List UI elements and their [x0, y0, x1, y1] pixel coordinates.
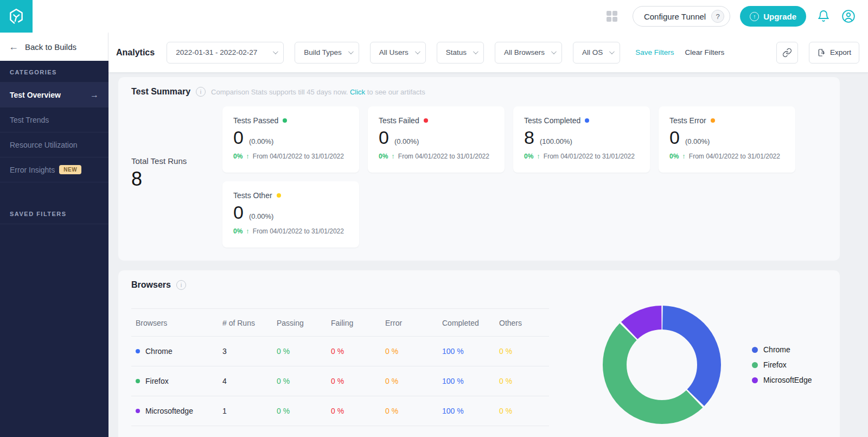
sidebar-spacer [0, 182, 108, 203]
stat-card-title: Tests Error [669, 116, 706, 125]
table-header-row: Browsers # of Runs Passing Failing Error… [131, 309, 549, 337]
legend-label: Chrome [763, 345, 790, 354]
chevron-down-icon [348, 49, 354, 54]
info-icon[interactable]: i [196, 87, 206, 97]
browser-name: Firefox [145, 377, 169, 385]
copy-link-button[interactable] [776, 42, 798, 64]
stat-card-title: Tests Failed [379, 116, 419, 125]
all-os-dropdown[interactable]: All OS [573, 42, 620, 64]
delta-value: 0% [379, 153, 388, 160]
top-bar: Configure Tunnel ? ↑ Upgrade [0, 0, 868, 33]
click-link[interactable]: Click [350, 88, 365, 96]
stat-card-compare-row: 0% ↑ From 04/01/2022 to 31/01/2022 [233, 152, 348, 160]
lambdatest-logo-icon [7, 7, 25, 26]
all-browsers-dropdown[interactable]: All Browsers [495, 42, 562, 64]
sidebar-item-error-insights[interactable]: Error Insights NEW [0, 157, 108, 182]
status-dot [424, 118, 428, 123]
stat-card-title-row: Tests Other [233, 191, 348, 200]
sidebar-item-label: Error Insights [10, 166, 55, 174]
col-failing: Failing [327, 309, 381, 337]
test-summary-panel: Test Summary i Comparison Stats supports… [118, 77, 840, 261]
content-scroll-area[interactable]: Test Summary i Comparison Stats supports… [108, 73, 868, 437]
arrow-up-icon: ↑ [682, 152, 686, 160]
table-row-chrome[interactable]: Chrome 3 0 % 0 % 0 % 100 % 0 % [131, 337, 549, 366]
arrow-up-icon: ↑ [537, 152, 540, 160]
error-cell: 0 % [381, 337, 438, 366]
notifications-bell-icon[interactable] [816, 9, 831, 24]
export-button[interactable]: Export [809, 42, 859, 64]
categories-header: CATEGORIES [0, 61, 108, 83]
runs-cell: 3 [218, 337, 272, 366]
sidebar-item-test-overview[interactable]: Test Overview → [0, 83, 108, 107]
sidebar-item-label: Test Overview [10, 91, 61, 99]
table-row-microsoftedge[interactable]: Microsoftedge 1 0 % 0 % 0 % 100 % 0 % [131, 396, 549, 426]
browser-name: Microsoftedge [145, 407, 193, 415]
configure-tunnel-label: Configure Tunnel [644, 12, 706, 21]
grid-square [607, 17, 611, 22]
all-users-dropdown[interactable]: All Users [370, 42, 426, 64]
test-summary-body: Total Test Runs 8 Tests Passed 0 [131, 106, 827, 248]
col-completed: Completed [438, 309, 495, 337]
browsers-title: Browsers [131, 280, 171, 290]
table-row-firefox[interactable]: Firefox 4 0 % 0 % 0 % 100 % 0 % [131, 366, 549, 396]
sidebar-item-resource-utilization[interactable]: Resource Utilization [0, 132, 108, 157]
compare-range: From 04/01/2022 to 31/01/2022 [398, 153, 489, 160]
stat-card-compare-row: 0% ↑ From 04/01/2022 to 31/01/2022 [379, 152, 494, 160]
error-cell: 0 % [381, 396, 438, 426]
test-summary-header: Test Summary i Comparison Stats supports… [131, 87, 827, 97]
runs-cell: 1 [218, 396, 272, 426]
configure-tunnel-button[interactable]: Configure Tunnel ? [633, 6, 730, 27]
col-runs: # of Runs [218, 309, 272, 337]
back-to-builds-button[interactable]: ← Back to Builds [0, 33, 108, 61]
note-prefix: Comparison Stats supports till 45 days n… [211, 88, 348, 96]
delta-value: 0% [233, 227, 242, 235]
delta-value: 0% [524, 153, 533, 160]
all-browsers-value: All Browsers [504, 48, 545, 56]
stat-card-number-row: 0 (0.00%) [233, 128, 348, 147]
help-icon[interactable]: ? [711, 10, 724, 23]
status-dropdown[interactable]: Status [437, 42, 484, 64]
stat-card-compare-row: 0% ↑ From 04/01/2022 to 31/01/2022 [524, 152, 639, 160]
sidebar-item-label: Test Trends [10, 116, 49, 124]
main-area: Analytics 2022-01-31 - 2022-02-27 Build … [108, 33, 868, 437]
delta-value: 0% [669, 153, 679, 160]
col-passing: Passing [272, 309, 327, 337]
failing-cell: 0 % [327, 396, 381, 426]
apps-grid-icon[interactable] [607, 11, 617, 22]
col-others: Others [495, 309, 549, 337]
total-test-runs: Total Test Runs 8 [131, 106, 222, 248]
user-avatar-icon[interactable] [841, 9, 856, 24]
completed-cell: 100 % [438, 366, 495, 396]
export-label: Export [830, 48, 851, 56]
grid-square [612, 11, 617, 16]
stat-card-title-row: Tests Completed [524, 116, 639, 125]
status-dot [585, 118, 589, 123]
error-cell: 0 % [381, 366, 438, 396]
filter-bar: Analytics 2022-01-31 - 2022-02-27 Build … [108, 33, 868, 73]
legend-dot [752, 362, 758, 368]
clear-filters-link[interactable]: Clear Filters [685, 48, 725, 56]
page-title: Analytics [116, 48, 155, 58]
arrow-up-icon: ↑ [246, 227, 250, 235]
sidebar-item-test-trends[interactable]: Test Trends [0, 107, 108, 132]
build-types-dropdown[interactable]: Build Types [295, 42, 359, 64]
stat-card-tests-error: Tests Error 0 (0.00%) 0% ↑ [659, 106, 795, 173]
upgrade-label: Upgrade [763, 12, 796, 21]
all-os-value: All OS [582, 48, 603, 56]
stat-card-value: 0 [379, 128, 389, 147]
failing-cell: 0 % [327, 366, 381, 396]
upgrade-arrow-icon: ↑ [750, 12, 759, 21]
legend-label: Firefox [763, 360, 787, 369]
save-filters-link[interactable]: Save Filters [635, 48, 674, 56]
date-range-dropdown[interactable]: 2022-01-31 - 2022-02-27 [167, 42, 284, 64]
all-users-value: All Users [379, 48, 409, 56]
stat-card-number-row: 8 (100.00%) [524, 128, 639, 147]
lambdatest-logo[interactable] [0, 0, 33, 33]
stat-card-compare-row: 0% ↑ From 04/01/2022 to 31/01/2022 [669, 152, 784, 160]
upgrade-button[interactable]: ↑ Upgrade [740, 6, 806, 27]
chevron-down-icon [609, 49, 615, 54]
stat-card-percent: (0.00%) [249, 137, 274, 145]
browser-name: Chrome [145, 347, 173, 356]
stat-card-title-row: Tests Error [669, 116, 784, 125]
info-icon[interactable]: i [176, 280, 186, 290]
